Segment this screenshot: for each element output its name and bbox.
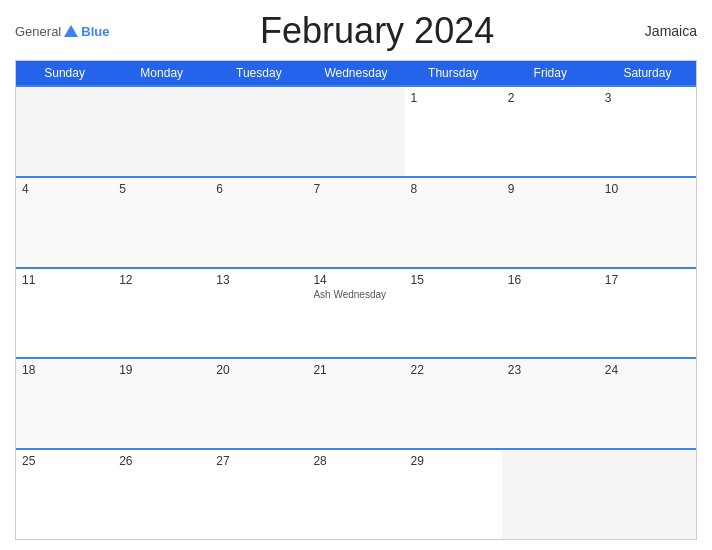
day-cell xyxy=(502,450,599,539)
week-row-4: 18192021222324 xyxy=(16,357,696,448)
day-cell: 5 xyxy=(113,178,210,267)
day-cell: 18 xyxy=(16,359,113,448)
day-number: 13 xyxy=(216,273,301,287)
week-row-2: 45678910 xyxy=(16,176,696,267)
day-header-monday: Monday xyxy=(113,61,210,85)
day-cell: 11 xyxy=(16,269,113,358)
day-cell: 23 xyxy=(502,359,599,448)
day-number: 18 xyxy=(22,363,107,377)
header: General Blue February 2024 Jamaica xyxy=(15,10,697,52)
day-number: 17 xyxy=(605,273,690,287)
day-header-thursday: Thursday xyxy=(405,61,502,85)
day-cell: 2 xyxy=(502,87,599,176)
day-number: 4 xyxy=(22,182,107,196)
day-cell: 19 xyxy=(113,359,210,448)
day-cell xyxy=(307,87,404,176)
day-cell: 6 xyxy=(210,178,307,267)
day-cell: 25 xyxy=(16,450,113,539)
weeks-container: 1234567891011121314Ash Wednesday15161718… xyxy=(16,85,696,539)
day-cell: 26 xyxy=(113,450,210,539)
day-number: 28 xyxy=(313,454,398,468)
page-title: February 2024 xyxy=(260,10,494,52)
day-cell: 9 xyxy=(502,178,599,267)
day-number: 9 xyxy=(508,182,593,196)
day-number: 3 xyxy=(605,91,690,105)
logo-triangle-icon xyxy=(64,25,78,37)
day-cell: 16 xyxy=(502,269,599,358)
day-number: 23 xyxy=(508,363,593,377)
day-cell: 4 xyxy=(16,178,113,267)
day-cell: 24 xyxy=(599,359,696,448)
day-number: 20 xyxy=(216,363,301,377)
day-number: 21 xyxy=(313,363,398,377)
day-headers-row: SundayMondayTuesdayWednesdayThursdayFrid… xyxy=(16,61,696,85)
day-cell: 13 xyxy=(210,269,307,358)
day-cell xyxy=(16,87,113,176)
day-cell: 15 xyxy=(405,269,502,358)
day-number: 14 xyxy=(313,273,398,287)
day-header-saturday: Saturday xyxy=(599,61,696,85)
logo-blue: Blue xyxy=(81,24,109,39)
calendar-grid: SundayMondayTuesdayWednesdayThursdayFrid… xyxy=(15,60,697,540)
day-number: 2 xyxy=(508,91,593,105)
day-cell: 12 xyxy=(113,269,210,358)
day-cell: 8 xyxy=(405,178,502,267)
day-cell: 22 xyxy=(405,359,502,448)
day-header-tuesday: Tuesday xyxy=(210,61,307,85)
day-number: 16 xyxy=(508,273,593,287)
day-number: 10 xyxy=(605,182,690,196)
day-cell: 1 xyxy=(405,87,502,176)
day-number: 7 xyxy=(313,182,398,196)
logo: General Blue xyxy=(15,24,109,39)
day-cell: 3 xyxy=(599,87,696,176)
day-number: 22 xyxy=(411,363,496,377)
day-number: 6 xyxy=(216,182,301,196)
day-header-sunday: Sunday xyxy=(16,61,113,85)
week-row-5: 2526272829 xyxy=(16,448,696,539)
week-row-1: 123 xyxy=(16,85,696,176)
day-number: 24 xyxy=(605,363,690,377)
day-cell: 10 xyxy=(599,178,696,267)
country-label: Jamaica xyxy=(645,23,697,39)
logo-general: General xyxy=(15,24,61,39)
day-cell: 29 xyxy=(405,450,502,539)
day-number: 25 xyxy=(22,454,107,468)
day-cell: 20 xyxy=(210,359,307,448)
day-number: 5 xyxy=(119,182,204,196)
day-cell: 27 xyxy=(210,450,307,539)
day-number: 15 xyxy=(411,273,496,287)
day-number: 8 xyxy=(411,182,496,196)
day-cell xyxy=(599,450,696,539)
day-cell: 14Ash Wednesday xyxy=(307,269,404,358)
day-number: 29 xyxy=(411,454,496,468)
week-row-3: 11121314Ash Wednesday151617 xyxy=(16,267,696,358)
day-number: 27 xyxy=(216,454,301,468)
day-cell: 7 xyxy=(307,178,404,267)
day-cell xyxy=(210,87,307,176)
day-number: 11 xyxy=(22,273,107,287)
day-number: 19 xyxy=(119,363,204,377)
day-header-friday: Friday xyxy=(502,61,599,85)
event-label: Ash Wednesday xyxy=(313,289,398,300)
day-number: 12 xyxy=(119,273,204,287)
day-header-wednesday: Wednesday xyxy=(307,61,404,85)
day-cell xyxy=(113,87,210,176)
day-cell: 28 xyxy=(307,450,404,539)
day-number: 1 xyxy=(411,91,496,105)
day-cell: 17 xyxy=(599,269,696,358)
day-number: 26 xyxy=(119,454,204,468)
day-cell: 21 xyxy=(307,359,404,448)
calendar-page: General Blue February 2024 Jamaica Sunda… xyxy=(0,0,712,550)
